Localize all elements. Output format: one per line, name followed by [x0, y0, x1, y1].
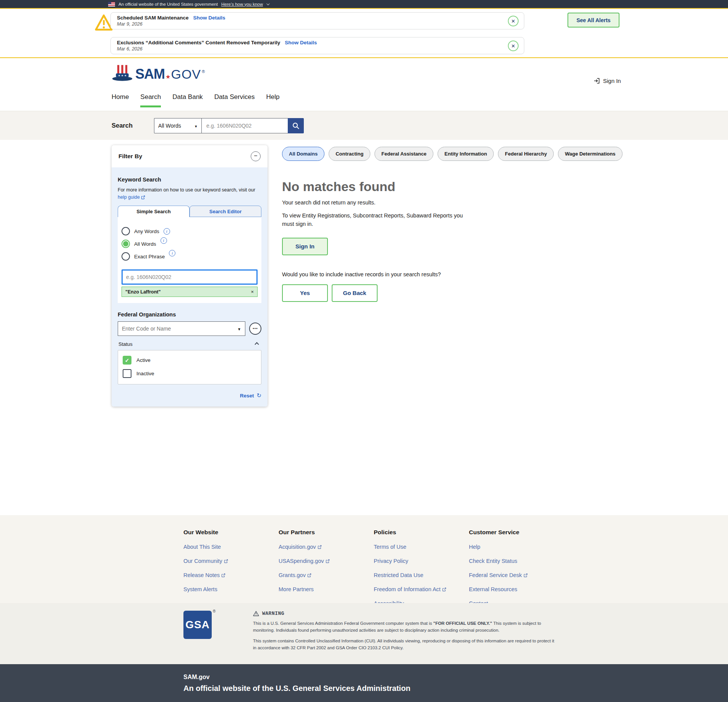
checkbox-unchecked-icon[interactable]: [123, 369, 131, 378]
keyword-search-heading: Keyword Search: [118, 177, 261, 183]
star-icon: [165, 73, 170, 80]
footer-link[interactable]: Our Community: [183, 558, 279, 564]
footer-col-our-partners: Our Partners Acquisition.gov USASpending…: [279, 529, 374, 603]
nav-search[interactable]: Search: [140, 93, 161, 107]
footer-site-name: SAM.gov: [183, 674, 728, 681]
search-mode-dropdown[interactable]: All Words: [154, 118, 201, 133]
footer-link[interactable]: Check Entity Status: [469, 558, 564, 564]
domain-tabs: All Domains Contracting Federal Assistan…: [282, 147, 599, 161]
footer-link[interactable]: Grants.gov: [279, 572, 374, 578]
how-you-know-link[interactable]: Here’s how you know: [221, 2, 263, 6]
footer-link[interactable]: About This Site: [183, 544, 279, 550]
footer-link[interactable]: Release Notes: [183, 572, 279, 578]
keyword-input[interactable]: [122, 269, 258, 285]
go-back-button[interactable]: Go Back: [332, 284, 378, 302]
chevron-down-icon[interactable]: [266, 2, 269, 5]
footer-link[interactable]: Acquisition.gov: [279, 544, 374, 550]
status-inactive-checkbox[interactable]: Inactive: [123, 369, 256, 378]
footer-link[interactable]: More Partners: [279, 586, 374, 592]
keyword-chip: "Enzo Laffront" ×: [122, 287, 258, 297]
search-band: Search All Words: [0, 111, 728, 140]
reset-filters-button[interactable]: Reset: [118, 392, 261, 400]
help-guide-label: help guide: [118, 195, 140, 200]
radio-icon[interactable]: [122, 252, 130, 261]
nav-help[interactable]: Help: [266, 93, 279, 107]
federal-orgs-combobox[interactable]: [118, 321, 245, 336]
sign-in-link[interactable]: Sign In: [593, 77, 621, 84]
simple-search-panel: Any Words All Words Exact Phrase: [118, 217, 261, 303]
checkbox-checked-icon[interactable]: [123, 356, 131, 365]
domain-entity-information[interactable]: Entity Information: [438, 147, 494, 161]
warning-triangle-icon: [95, 13, 113, 34]
alert-title: Exclusions “Additional Comments” Content…: [117, 40, 280, 45]
tab-simple-search[interactable]: Simple Search: [118, 206, 190, 217]
status-active-checkbox[interactable]: Active: [123, 356, 256, 365]
radio-icon[interactable]: [122, 227, 130, 235]
nav-home[interactable]: Home: [112, 93, 129, 107]
footer-link[interactable]: Help: [469, 544, 564, 550]
radio-exact-phrase[interactable]: Exact Phrase: [122, 252, 258, 261]
show-details-link[interactable]: Show Details: [193, 15, 225, 21]
show-details-link[interactable]: Show Details: [285, 40, 317, 45]
dropdown-caret-icon[interactable]: [237, 325, 241, 332]
nav-data-services[interactable]: Data Services: [214, 93, 255, 107]
footer-link[interactable]: USASpending.gov: [279, 558, 374, 564]
radio-icon-checked[interactable]: [122, 240, 130, 248]
site-header: ★ ★ ★ SAM GOV ® Sign In Home Search Data…: [0, 58, 728, 111]
footer-link[interactable]: External Resources: [469, 586, 564, 592]
radio-all-words[interactable]: All Words: [122, 240, 258, 248]
sign-in-button[interactable]: Sign In: [282, 238, 328, 255]
alerts-section: Scheduled SAM Maintenance Show Details M…: [0, 9, 728, 57]
alert-date: Mar 9, 2026: [117, 21, 225, 27]
close-icon[interactable]: [508, 16, 519, 26]
chip-remove-icon[interactable]: ×: [251, 289, 254, 295]
logo-gov-text: GOV: [171, 67, 201, 82]
top-search-input[interactable]: [201, 118, 288, 133]
yes-button[interactable]: Yes: [282, 284, 328, 302]
info-icon[interactable]: [161, 237, 167, 244]
warning-paragraph-1: This is a U.S. General Services Administ…: [253, 620, 559, 634]
help-guide-link[interactable]: help guide: [118, 195, 145, 200]
footer-link[interactable]: Restricted Data Use: [374, 572, 469, 578]
footer-link[interactable]: Privacy Policy: [374, 558, 469, 564]
sam-gov-logo[interactable]: ★ ★ ★ SAM GOV ®: [112, 64, 205, 84]
status-label: Status: [118, 341, 133, 347]
domain-federal-assistance[interactable]: Federal Assistance: [375, 147, 433, 161]
external-link-icon: [318, 545, 322, 549]
footer-link[interactable]: System Alerts: [183, 586, 279, 592]
search-submit-button[interactable]: [288, 118, 304, 133]
tab-search-editor[interactable]: Search Editor: [190, 206, 261, 217]
footer-link[interactable]: Freedom of Information Act: [374, 586, 469, 592]
login-icon: [593, 77, 600, 84]
logo-sam-text: SAM: [135, 66, 165, 82]
external-link-icon: [221, 573, 225, 577]
footer-link[interactable]: Federal Service Desk: [469, 572, 564, 578]
nav-data-bank[interactable]: Data Bank: [172, 93, 203, 107]
search-combo: All Words: [154, 118, 304, 133]
radio-any-words[interactable]: Any Words: [122, 227, 258, 235]
footer-col-customer-service: Customer Service Help Check Entity Statu…: [469, 529, 564, 603]
federal-orgs-input[interactable]: [122, 326, 237, 332]
alert-list: Scheduled SAM Maintenance Show Details M…: [110, 9, 524, 54]
footer-link[interactable]: Terms of Use: [374, 544, 469, 550]
collapse-filters-button[interactable]: [251, 151, 261, 161]
footer-col-our-website: Our Website About This Site Our Communit…: [183, 529, 279, 603]
close-icon[interactable]: [508, 41, 519, 51]
footer-official-line: An official website of the U.S. General …: [183, 684, 728, 693]
no-matches-heading: No matches found: [282, 179, 599, 194]
external-link-icon: [224, 559, 228, 563]
external-link-icon: [524, 573, 528, 577]
chevron-up-icon[interactable]: [255, 342, 259, 346]
info-icon[interactable]: [164, 228, 170, 235]
domain-wage-determinations[interactable]: Wage Determinations: [558, 147, 622, 161]
chip-label: "Enzo Laffront": [125, 289, 161, 295]
alert-maintenance: Scheduled SAM Maintenance Show Details M…: [110, 12, 524, 29]
see-all-alerts-button[interactable]: See All Alerts: [567, 13, 619, 28]
alert-exclusions: Exclusions “Additional Comments” Content…: [110, 37, 524, 54]
registered-mark: ®: [202, 69, 205, 74]
info-icon[interactable]: [169, 250, 175, 256]
domain-contracting[interactable]: Contracting: [329, 147, 370, 161]
more-options-icon[interactable]: [249, 323, 261, 335]
domain-all-domains[interactable]: All Domains: [282, 147, 324, 161]
domain-federal-hierarchy[interactable]: Federal Hierarchy: [498, 147, 554, 161]
